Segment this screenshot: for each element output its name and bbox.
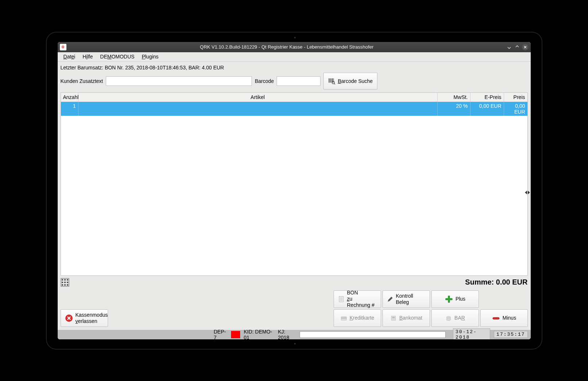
minus-button[interactable]: Minus (480, 309, 528, 327)
menu-plugins[interactable]: Plugins (138, 53, 162, 60)
svg-rect-10 (62, 279, 63, 281)
numpad-button[interactable] (61, 278, 69, 287)
table-body[interactable]: 1 20 % 0,00 EUR 0,00 EUR (61, 102, 527, 275)
kunden-input[interactable] (106, 76, 252, 86)
exit-line1: Kassenmodus (76, 312, 108, 318)
minus-icon (492, 314, 500, 323)
barcode-search-label: arcode Suche (341, 78, 373, 84)
svg-rect-12 (67, 279, 68, 281)
barcode-label: Barcode (255, 78, 274, 84)
statusbar: DEP-7 KID: DEMO-01 KJ: 2018 30-12-2018 1… (58, 330, 531, 339)
cell-anzahl[interactable]: 1 (61, 102, 78, 116)
kreditkarte-button[interactable]: Kreditkarte (334, 309, 381, 327)
exit-icon (65, 314, 73, 323)
svg-line-8 (334, 83, 335, 84)
kunden-label: Kunden Zusatztext (61, 78, 103, 84)
menu-demomodus[interactable]: DEMOMODUS (96, 53, 138, 60)
maximize-button[interactable] (514, 44, 520, 50)
svg-rect-17 (64, 284, 66, 286)
minus-label: Minus (503, 315, 516, 321)
status-progress (300, 331, 446, 338)
menubar: Datei Hilfe DEMOMODUS Plugins (58, 52, 531, 62)
table-header: Anzahl Artikel MwSt. E-Preis Preis (61, 93, 527, 102)
cell-epreis[interactable]: 0,00 EUR (470, 102, 504, 116)
svg-rect-14 (64, 282, 66, 283)
cell-artikel[interactable] (78, 102, 438, 116)
col-anzahl[interactable]: Anzahl (61, 93, 78, 102)
window-title: QRK V1.10.2.Build-181229 - Qt Registrier… (69, 44, 504, 50)
menu-datei[interactable]: Datei (60, 53, 79, 60)
bon-zu-rechnung-button[interactable]: BON zu Rechnung # (334, 290, 381, 308)
table-row[interactable]: 1 20 % 0,00 EUR 0,00 EUR (61, 102, 527, 116)
close-button[interactable] (522, 44, 529, 50)
status-kj: KJ: 2018 (278, 329, 296, 339)
items-table: Anzahl Artikel MwSt. E-Preis Preis 1 20 … (61, 92, 528, 276)
svg-rect-31 (493, 317, 499, 319)
barcode-input[interactable] (277, 76, 320, 86)
titlebar: ⚙ QRK V1.10.2.Build-181229 - Qt Registri… (58, 42, 531, 52)
cash-icon (445, 315, 452, 322)
sum-row: Summe: 0.00 EUR (58, 276, 531, 289)
bon-line1: BON (347, 290, 358, 296)
atm-icon (390, 315, 397, 322)
col-mwst[interactable]: MwSt. (438, 93, 470, 102)
plus-button[interactable]: Plus (431, 290, 479, 308)
svg-point-30 (446, 319, 451, 320)
svg-rect-25 (341, 317, 346, 319)
svg-rect-27 (392, 317, 395, 318)
input-row: Kunden Zusatztext Barcode Barcode Suche (58, 71, 531, 92)
cell-preis[interactable]: 0,00 EUR (504, 102, 527, 116)
kontroll-label: Kontroll Beleg (396, 293, 426, 305)
button-area: Kassenmodus verlassen BON zu Rechnung # (58, 289, 531, 330)
plus-label: Plus (456, 296, 465, 302)
barcode-search-button[interactable]: Barcode Suche (323, 73, 377, 89)
kontroll-beleg-button[interactable]: Kontroll Beleg (383, 290, 430, 308)
sum-label: Summe: 0.00 EUR (465, 278, 527, 286)
barcode-icon (328, 77, 335, 85)
last-revenue-row: Letzter Barumsatz: BON Nr. 235, 2018-08-… (58, 62, 531, 71)
exit-kassenmodus-button[interactable]: Kassenmodus verlassen (61, 309, 108, 327)
svg-rect-16 (62, 284, 63, 286)
status-indicator (231, 331, 240, 338)
last-revenue-text: Letzter Barumsatz: BON Nr. 235, 2018-08-… (61, 65, 224, 71)
status-time: 17:35:17 (494, 331, 527, 338)
col-epreis[interactable]: E-Preis (470, 93, 504, 102)
status-date: 30-12-2018 (453, 328, 490, 339)
app-icon: ⚙ (60, 44, 66, 50)
svg-rect-15 (67, 282, 68, 283)
svg-point-7 (332, 81, 335, 84)
pen-icon (387, 296, 394, 303)
svg-rect-13 (62, 282, 63, 283)
minimize-button[interactable] (506, 44, 512, 50)
cell-mwst[interactable]: 20 % (438, 102, 470, 116)
svg-rect-11 (64, 279, 66, 281)
plus-icon (445, 295, 453, 304)
col-preis[interactable]: Preis (504, 93, 527, 102)
receipt-icon (338, 296, 345, 303)
bar-button[interactable]: BAR (431, 309, 479, 327)
status-kid: KID: DEMO-01 (244, 329, 274, 339)
menu-hilfe[interactable]: Hilfe (79, 53, 96, 60)
svg-rect-18 (67, 284, 68, 286)
status-dep: DEP-7 (214, 329, 227, 339)
col-artikel[interactable]: Artikel (78, 93, 438, 102)
bankomat-button[interactable]: Bankomat (383, 309, 430, 327)
panel-splitter[interactable] (525, 189, 530, 196)
card-icon (340, 315, 347, 322)
